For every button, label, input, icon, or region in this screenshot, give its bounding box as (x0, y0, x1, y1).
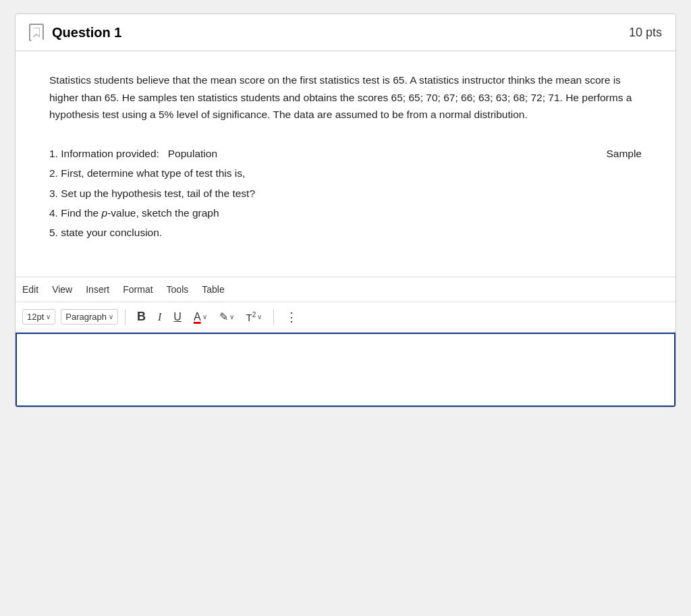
superscript-label: T2 (246, 311, 256, 323)
font-size-select[interactable]: 12pt ∨ (22, 309, 55, 325)
font-color-label: A (194, 311, 201, 323)
paragraph-label: Paragraph (65, 312, 107, 322)
list-item: 2. First, determine what type of test th… (49, 163, 642, 183)
font-color-button[interactable]: A ∨ (189, 309, 212, 325)
italic-button[interactable]: I (153, 309, 166, 325)
menu-view[interactable]: View (52, 284, 72, 295)
question-body: Statistics students believe that the mea… (16, 51, 675, 277)
menu-insert[interactable]: Insert (86, 284, 109, 295)
list-item: 3. Set up the hypothesis test, tail of t… (49, 184, 642, 203)
question-text: Statistics students believe that the mea… (49, 72, 642, 123)
underline-button[interactable]: U (169, 309, 186, 325)
question-container: Question 1 10 pts Statistics students be… (15, 13, 676, 408)
font-size-chevron: ∨ (46, 313, 51, 320)
menu-format[interactable]: Format (123, 284, 153, 295)
superscript-chevron: ∨ (257, 313, 262, 320)
item-text: 4. Find the p-value, sketch the graph (49, 207, 219, 219)
question-points: 10 pts (629, 26, 662, 40)
item-number: 1. Information provided: Population (49, 148, 217, 159)
highlight-icon: ✎ (219, 310, 228, 323)
answer-list: 1. Information provided: Population Samp… (49, 144, 642, 243)
menu-table[interactable]: Table (202, 284, 224, 295)
more-options-button[interactable]: ⋮ (281, 308, 303, 327)
sample-label: Sample (606, 144, 642, 163)
question-title: Question 1 (52, 25, 121, 40)
item-text: 2. First, determine what type of test th… (49, 167, 245, 179)
superscript-button[interactable]: T2 ∨ (242, 309, 267, 325)
font-size-label: 12pt (27, 312, 44, 322)
menu-bar: Edit View Insert Format Tools Table (16, 277, 675, 302)
list-item: 1. Information provided: Population Samp… (49, 144, 642, 163)
item-text: 3. Set up the hypothesis test, tail of t… (49, 188, 255, 199)
formatting-bar: 12pt ∨ Paragraph ∨ B I U A ∨ ✎ ∨ T2 ∨ (16, 302, 675, 333)
toolbar-divider-2 (273, 309, 274, 325)
bookmark-icon (29, 24, 44, 41)
font-color-chevron: ∨ (202, 313, 207, 320)
highlight-chevron: ∨ (229, 313, 234, 320)
text-input-area[interactable] (16, 333, 675, 407)
menu-tools[interactable]: Tools (167, 284, 189, 295)
toolbar-divider-1 (125, 309, 126, 325)
editor-area: Edit View Insert Format Tools Table 12pt… (16, 277, 675, 407)
list-item: 4. Find the p-value, sketch the graph (49, 203, 642, 223)
bold-button[interactable]: B (132, 308, 150, 326)
paragraph-chevron: ∨ (109, 313, 113, 320)
item-text: 5. state your conclusion. (49, 227, 162, 238)
question-header: Question 1 10 pts (16, 14, 675, 51)
highlight-button[interactable]: ✎ ∨ (215, 308, 239, 325)
paragraph-select[interactable]: Paragraph ∨ (61, 309, 118, 325)
list-item: 5. state your conclusion. (49, 223, 642, 242)
menu-edit[interactable]: Edit (22, 284, 38, 295)
